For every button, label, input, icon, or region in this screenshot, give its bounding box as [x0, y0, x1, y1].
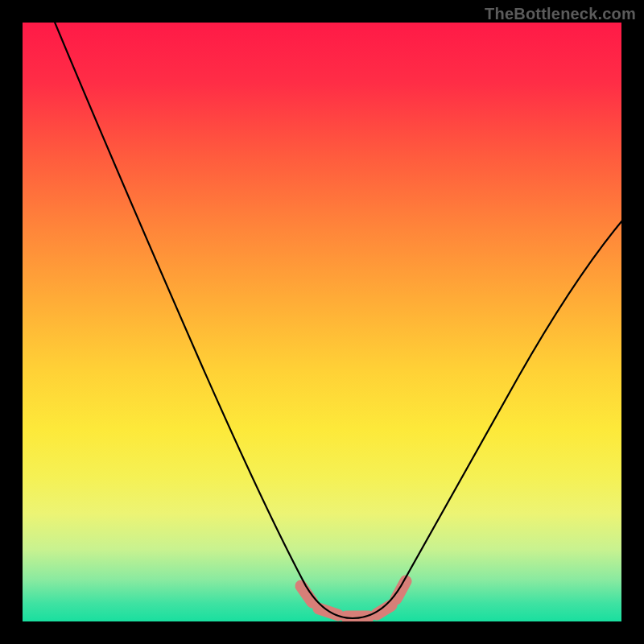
v-curve — [52, 23, 621, 618]
curve-layer — [23, 23, 621, 621]
watermark-text: TheBottleneck.com — [485, 5, 636, 23]
bottom-highlight — [301, 581, 406, 617]
plot-area — [23, 23, 621, 621]
chart-stage: TheBottleneck.com — [0, 0, 644, 644]
